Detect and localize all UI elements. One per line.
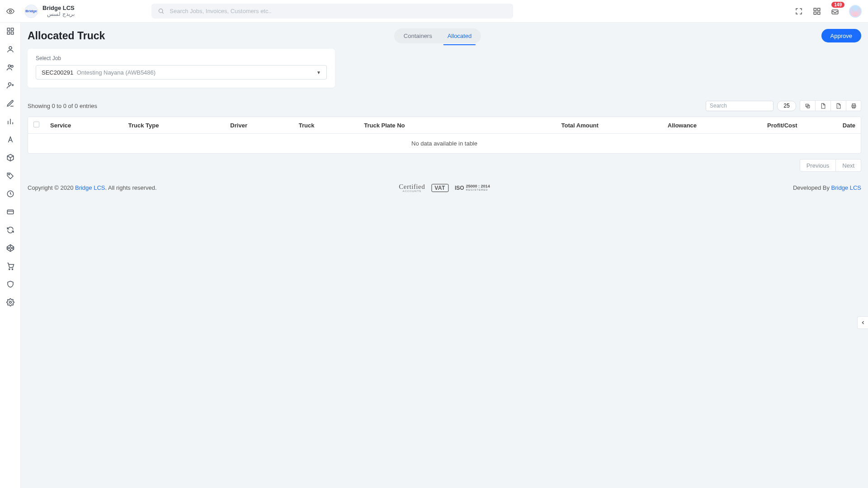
copyright: Copyright © 2020 Bridge LCS. All rights …: [28, 184, 157, 191]
job-code: SEC200291: [42, 69, 73, 76]
export-excel-button[interactable]: [815, 100, 830, 111]
brand-name-en: Bridge LCS: [42, 5, 75, 11]
svg-point-25: [838, 107, 839, 107]
tab-containers[interactable]: Containers: [396, 28, 440, 43]
select-job-dropdown[interactable]: SEC200291 Ontesting Nayana (AWB5486) ▼: [36, 65, 327, 80]
nav-tag-icon[interactable]: [6, 172, 14, 180]
visibility-icon[interactable]: [6, 7, 14, 15]
showing-text: Showing 0 to 0 of 0 entries: [28, 103, 97, 109]
user-avatar[interactable]: [849, 5, 862, 18]
page-title: Allocated Truck: [28, 30, 105, 42]
view-toggle: Containers Allocated: [394, 28, 481, 43]
certified-badge: Certified ACCOUNTS: [399, 183, 425, 192]
col-profit[interactable]: Profit/Cost: [702, 117, 802, 134]
col-driver[interactable]: Driver: [225, 117, 293, 134]
footer-brand-link[interactable]: Bridge LCS: [75, 184, 105, 191]
fullscreen-icon[interactable]: [795, 7, 803, 15]
svg-point-14: [11, 66, 13, 68]
svg-rect-4: [818, 8, 820, 10]
dropdown-arrow-icon: ▼: [316, 70, 321, 75]
svg-rect-10: [7, 32, 9, 34]
developer-link[interactable]: Bridge LCS: [831, 184, 861, 191]
svg-point-0: [9, 10, 12, 12]
tab-allocated[interactable]: Allocated: [440, 28, 479, 43]
pagesize-input[interactable]: [777, 101, 796, 111]
job-desc: Ontesting Nayana (AWB5486): [77, 69, 156, 76]
export-copy-button[interactable]: [800, 100, 815, 111]
col-total[interactable]: Total Amount: [486, 117, 604, 134]
svg-point-13: [8, 65, 10, 67]
approve-button[interactable]: Approve: [821, 29, 861, 42]
export-buttons: [800, 100, 861, 111]
col-plate[interactable]: Truck Plate No: [359, 117, 486, 134]
svg-point-22: [9, 301, 11, 304]
nav-dashboard-icon[interactable]: [6, 27, 14, 35]
svg-rect-18: [7, 210, 14, 214]
nav-user-icon[interactable]: [6, 45, 14, 53]
svg-rect-6: [818, 12, 820, 14]
prev-button[interactable]: Previous: [800, 159, 836, 172]
sidebar-rail: [0, 23, 21, 488]
inbox-icon[interactable]: 149: [831, 7, 839, 15]
global-search-input[interactable]: [170, 8, 507, 14]
developed-by: Developed By Bridge LCS: [793, 184, 861, 191]
svg-rect-11: [11, 32, 13, 34]
search-icon: [158, 8, 164, 14]
nav-codepen-icon[interactable]: [6, 244, 14, 252]
chevron-left-icon: [860, 320, 866, 325]
export-print-button[interactable]: [846, 100, 861, 111]
nav-users-icon[interactable]: [6, 63, 14, 71]
col-allowance[interactable]: Allowance: [604, 117, 702, 134]
brand[interactable]: Bridge Bridge LCS بريدج لسس: [24, 5, 75, 18]
svg-rect-9: [11, 28, 13, 30]
select-all-checkbox[interactable]: [33, 122, 39, 127]
notification-badge: 149: [831, 2, 844, 8]
table-search-input[interactable]: [706, 101, 774, 111]
nav-clock-icon[interactable]: [6, 190, 14, 198]
main-content: Allocated Truck Containers Allocated App…: [21, 23, 868, 488]
brand-logo: Bridge: [24, 5, 38, 18]
nav-edit-icon[interactable]: [6, 99, 14, 108]
svg-point-16: [8, 174, 9, 175]
nav-analytics-icon[interactable]: [6, 117, 14, 126]
col-truck-type[interactable]: Truck Type: [123, 117, 225, 134]
empty-row: No data available in table: [28, 134, 861, 154]
filter-card: Select Job SEC200291 Ontesting Nayana (A…: [28, 49, 335, 88]
nav-card-icon[interactable]: [6, 208, 14, 216]
global-search[interactable]: [151, 4, 513, 19]
nav-shield-icon[interactable]: [6, 280, 14, 288]
col-truck[interactable]: Truck: [293, 117, 359, 134]
nav-package-icon[interactable]: [6, 154, 14, 162]
svg-rect-8: [7, 28, 9, 30]
brand-name-ar: بريدج لسس: [42, 11, 75, 17]
topbar: Bridge Bridge LCS بريدج لسس 149: [0, 0, 868, 23]
svg-point-15: [8, 83, 11, 85]
select-job-label: Select Job: [36, 55, 327, 61]
nav-add-user-icon[interactable]: [6, 81, 14, 89]
iso-badge: ISO 25000 : 2014 REGISTERED: [455, 184, 490, 191]
col-date[interactable]: Date: [803, 117, 861, 134]
col-service[interactable]: Service: [45, 117, 123, 134]
svg-point-20: [9, 269, 9, 270]
footer: Copyright © 2020 Bridge LCS. All rights …: [28, 184, 861, 191]
right-panel-toggle[interactable]: [857, 316, 868, 329]
data-table: Service Truck Type Driver Truck Truck Pl…: [28, 117, 861, 154]
next-button[interactable]: Next: [836, 159, 861, 172]
empty-text: No data available in table: [28, 134, 861, 154]
export-csv-button[interactable]: [830, 100, 846, 111]
table-toolbar: Showing 0 to 0 of 0 entries: [28, 100, 861, 111]
page-header: Allocated Truck Containers Allocated App…: [28, 29, 861, 42]
nav-settings-icon[interactable]: [6, 298, 14, 306]
svg-point-12: [9, 47, 12, 49]
svg-rect-5: [814, 12, 816, 14]
svg-rect-3: [814, 8, 816, 10]
nav-cart-icon[interactable]: [6, 262, 14, 270]
vat-badge: VAT: [431, 184, 448, 192]
svg-point-21: [12, 269, 13, 270]
apps-grid-icon[interactable]: [813, 7, 821, 15]
pagination: Previous Next: [28, 159, 861, 172]
nav-font-icon[interactable]: [6, 136, 14, 144]
nav-sync-icon[interactable]: [6, 226, 14, 234]
certification-badges: Certified ACCOUNTS VAT ISO 25000 : 2014 …: [399, 183, 490, 192]
svg-point-1: [159, 9, 162, 13]
